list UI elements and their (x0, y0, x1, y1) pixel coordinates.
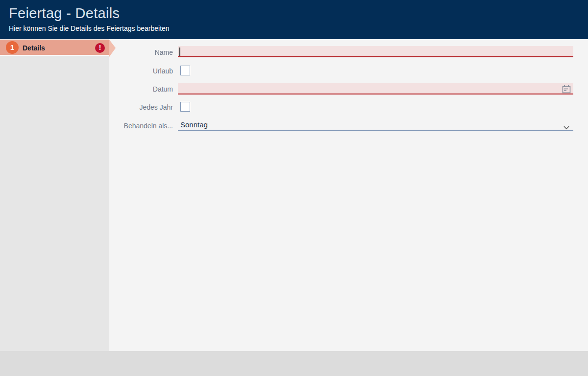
urlaub-label: Urlaub (109, 67, 173, 75)
dialog-subtitle: Hier können Sie die Details des Feiertag… (9, 24, 170, 32)
dialog-header: Feiertag - Details Hier können Sie die D… (0, 0, 588, 39)
datum-input[interactable] (178, 83, 573, 94)
name-label: Name (109, 48, 173, 56)
wizard-sidebar: 1 Details ! (0, 39, 109, 351)
name-input[interactable] (178, 46, 573, 57)
behandeln-als-label: Behandeln als... (109, 122, 173, 130)
datum-label: Datum (109, 85, 173, 93)
calendar-icon[interactable] (562, 84, 571, 94)
dialog-footer: Weiteres Objekt erstellen Fertigstellen … (0, 351, 588, 376)
urlaub-checkbox[interactable] (180, 66, 190, 75)
step-number-badge: 1 (6, 41, 19, 54)
behandeln-als-select[interactable]: Sonntag (178, 119, 573, 131)
jedes-jahr-checkbox[interactable] (180, 102, 190, 112)
error-badge-icon: ! (95, 43, 105, 53)
chevron-down-icon (564, 123, 569, 132)
dialog-window: Feiertag - Details Hier können Sie die D… (0, 0, 588, 376)
text-cursor (179, 47, 180, 56)
dialog-title: Feiertag - Details (9, 5, 120, 22)
wizard-step-label: Details (23, 44, 45, 52)
behandeln-als-value: Sonntag (180, 120, 208, 129)
wizard-step-details[interactable]: 1 Details ! (0, 40, 109, 56)
jedes-jahr-label: Jedes Jahr (109, 103, 173, 111)
